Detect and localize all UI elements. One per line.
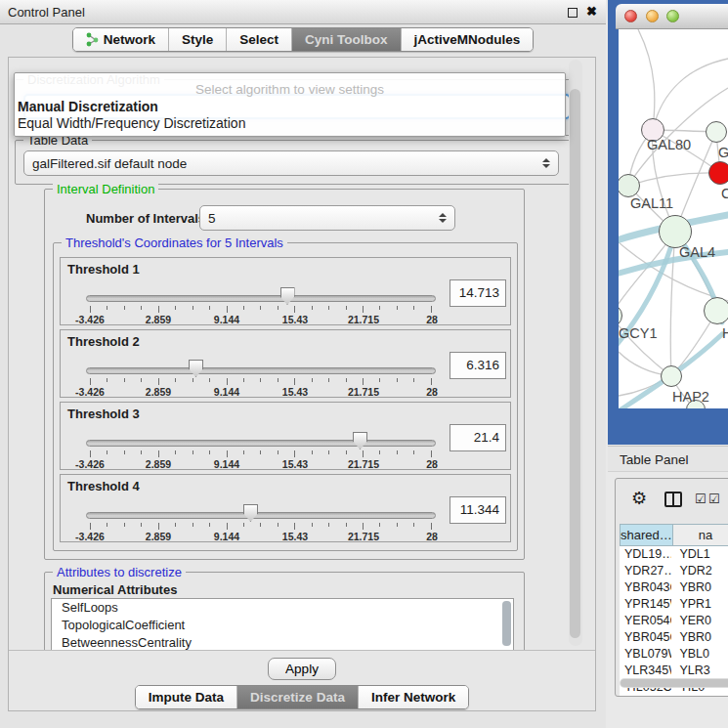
combo-spinner-icon [542,158,550,168]
table-cell-name[interactable]: YDL1 [671,546,728,563]
attribute-list-item[interactable]: TopologicalCoefficient [52,617,513,634]
tick-mark [294,450,295,457]
attribute-list-item[interactable]: SelfLoops [52,599,513,617]
table-cell-name[interactable]: YBR0 [671,579,728,596]
threshold-slider[interactable]: -3.4262.8599.14415.4321.71528 [84,403,438,471]
network-edge[interactable] [653,59,728,130]
table-cell-shared-name[interactable]: YBR043C [620,579,671,596]
table-cell-shared-name[interactable]: YDR27… [620,563,671,579]
float-window-icon[interactable] [568,8,578,18]
tick-mark [209,306,210,310]
close-traffic-light[interactable] [624,10,637,22]
gear-icon[interactable]: ⚙ [631,488,647,509]
column-header-name[interactable]: na [673,525,728,545]
table-cell-shared-name[interactable]: YLR345W [620,663,671,679]
threshold-value-field[interactable]: 14.713 [450,279,506,307]
threshold-value-field[interactable]: 21.4 [450,424,506,451]
table-cell-name[interactable]: YER0 [671,613,728,629]
table-row[interactable]: YDR27…YDR2 [620,563,728,579]
table-horizontal-scrollbar[interactable] [620,678,728,688]
slider-thumb[interactable] [189,360,203,377]
tab-style[interactable]: Style [168,28,226,51]
network-canvas[interactable]: GAL80GGAL11CGAL4GCY1HHAP2 [619,29,728,408]
table-scrollbar-thumb[interactable] [621,679,728,687]
tab-impute-data[interactable]: Impute Data [136,686,236,708]
network-node[interactable] [704,297,728,324]
table-row[interactable]: YBR045CYBR0 [620,629,728,646]
cyni-content-frame: Discretization Algorithm Select algorith… [8,57,596,711]
table-row[interactable]: YBL079WYBL0 [620,646,728,663]
tick-mark [431,306,432,313]
tick-label: 28 [426,458,438,470]
network-node[interactable] [659,215,692,248]
threshold-value-field[interactable]: 6.316 [450,352,506,379]
tick-mark [175,306,176,310]
table-row[interactable]: YPR145WYPR1 [620,596,728,613]
threshold-value-field[interactable]: 11.344 [450,496,506,524]
popup-item-equal-width-frequency[interactable]: Equal Width/Frequency Discretization [18,115,245,131]
network-edge[interactable] [628,173,720,186]
slider-thumb[interactable] [353,432,367,450]
close-icon[interactable]: ✖ [586,4,597,19]
column-header-shared-name[interactable]: shared… [621,525,673,545]
table-cell-shared-name[interactable]: YER054C [620,613,671,629]
table-row[interactable]: YER054CYER0 [620,613,728,629]
threshold-slider[interactable]: -3.4262.8599.14415.4321.71528 [84,330,438,399]
zoom-traffic-light[interactable] [666,10,679,22]
table-row[interactable]: YBR043CYBR0 [620,579,728,596]
table-cell-shared-name[interactable]: YBL079W [620,646,671,663]
slider-thumb[interactable] [243,504,258,522]
table-row[interactable]: YLR345WYLR3 [620,663,728,679]
split-columns-icon[interactable] [664,492,682,507]
interval-definition-group: Interval Definition Number of Intervals … [44,189,525,560]
tick-mark [328,306,329,310]
table-cell-shared-name[interactable]: YDL19… [620,546,671,563]
tick-mark [107,306,107,310]
tick-mark [346,450,347,454]
tick-label: -3.426 [75,386,105,398]
network-edge[interactable] [638,29,655,130]
table-row[interactable]: YDL19…YDL1 [620,546,728,563]
tick-mark [243,450,244,454]
panel-vertical-scrollbar[interactable] [569,60,582,646]
table-cell-name[interactable]: YBL0 [671,646,728,663]
table-cell-name[interactable]: YBR0 [671,629,728,646]
slider-track[interactable] [86,440,436,447]
tick-mark [379,523,380,527]
network-node[interactable] [661,365,682,387]
tab-discretize-data[interactable]: Discretize Data [236,686,358,708]
minimize-traffic-light[interactable] [646,10,659,22]
tab-select[interactable]: Select [226,28,291,51]
tab-cyni-toolbox[interactable]: Cyni Toolbox [291,28,401,51]
slider-track[interactable] [86,295,436,302]
tick-mark [328,450,329,454]
popup-item-manual-discretization[interactable]: Manual Discretization [18,99,158,114]
slider-track[interactable] [86,512,436,519]
tab-infer-network[interactable]: Infer Network [358,686,468,708]
attribute-list-scrollbar[interactable] [502,601,511,646]
table-cell-name[interactable]: YLR3 [671,663,728,679]
tick-mark [107,450,107,454]
table-cell-name[interactable]: YDR2 [671,563,728,579]
panel-scrollbar-thumb[interactable] [570,89,580,638]
number-of-intervals-combobox[interactable]: 5 [199,205,455,231]
table-cell-shared-name[interactable]: YBR045C [620,629,671,646]
table-cell-shared-name[interactable]: YPR145W [620,596,671,613]
threshold-slider[interactable]: -3.4262.8599.14415.4321.71528 [84,258,438,326]
table-cell-name[interactable]: YPR1 [671,596,728,613]
numerical-attributes-list[interactable]: SelfLoopsTopologicalCoefficientBetweenne… [51,598,514,650]
numerical-attributes-label: Numerical Attributes [53,582,177,597]
tick-mark [209,450,210,454]
threshold-slider[interactable]: -3.4262.8599.14415.4321.71528 [84,475,438,543]
tab-network[interactable]: Network [73,28,168,51]
network-node[interactable] [706,121,727,143]
tab-jactivemnodules[interactable]: jActiveMNodules [401,28,534,51]
network-node[interactable] [708,161,728,185]
slider-track[interactable] [86,367,436,374]
table-data-combobox[interactable]: galFiltered.sif default node [23,150,559,176]
checkbox-icon[interactable]: ☑ [708,492,720,506]
apply-button[interactable]: Apply [268,658,336,680]
slider-thumb[interactable] [280,287,295,305]
checkbox-icon[interactable]: ☑ [695,492,707,506]
attribute-list-item[interactable]: BetweennessCentrality [52,634,513,650]
